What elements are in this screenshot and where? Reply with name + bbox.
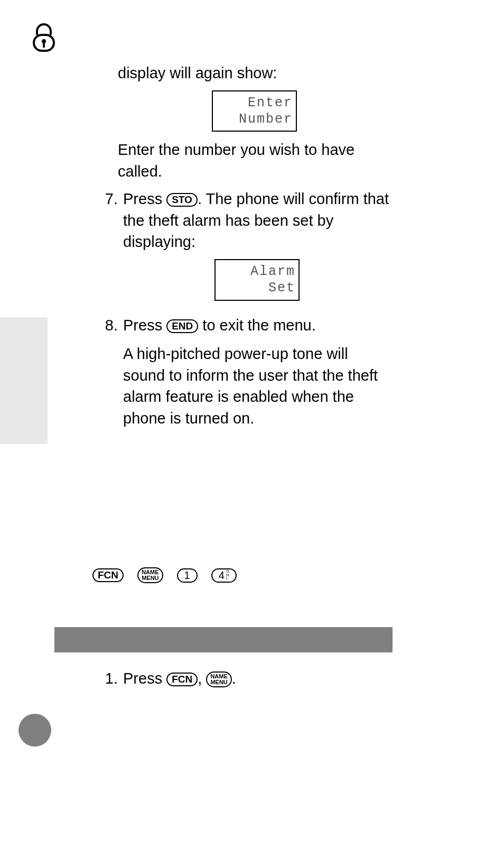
- text-run: Press: [123, 670, 166, 687]
- fcn-key-icon: FCN: [166, 673, 198, 686]
- lcd-frame-enter-number: Enter Number: [118, 90, 391, 132]
- step-number: 1.: [92, 670, 123, 687]
- name-menu-key-icon: NAME MENU: [137, 567, 163, 583]
- intro-text: display will again show:: [118, 62, 391, 84]
- text-run: .: [232, 670, 236, 687]
- name-menu-key-icon: NAMEMENU: [206, 671, 231, 687]
- text-run: Press: [123, 190, 166, 207]
- key-letters: G H I: [226, 570, 229, 580]
- page-number-circle: [18, 714, 51, 747]
- key-number: 4: [219, 570, 225, 581]
- step-7: 7. Press STO. The phone will confirm tha…: [92, 188, 391, 308]
- lcd-line: Set: [219, 280, 295, 296]
- end-key-icon: END: [166, 319, 198, 333]
- step-8: 8. Press END to exit the menu. A high-pi…: [92, 315, 391, 429]
- one-key-icon: 1: [177, 568, 198, 583]
- text-run: to exit the menu.: [198, 317, 315, 334]
- lcd-line: Alarm: [219, 263, 295, 280]
- key-number: 1: [184, 570, 190, 581]
- key-bot: MENU: [142, 575, 158, 581]
- fcn-key-icon: FCN: [92, 568, 124, 582]
- key-letter: I: [226, 577, 229, 580]
- step-1: 1. Press FCN, NAMEMENU.: [92, 664, 391, 687]
- content-block: display will again show: Enter Number En…: [92, 62, 391, 429]
- lcd-frame-alarm-set: Alarm Set: [214, 259, 300, 301]
- step-body: Press FCN, NAMEMENU.: [123, 670, 391, 687]
- step8-paragraph: A high-pitched power-up tone will sound …: [123, 343, 391, 429]
- lcd-line: Enter: [216, 95, 293, 111]
- lock-icon: [32, 23, 56, 53]
- side-tab: [0, 317, 48, 444]
- four-key-icon: 4 G H I: [211, 568, 237, 583]
- manual-page: display will again show: Enter Number En…: [0, 0, 504, 865]
- quick-key-sequence: FCN NAME MENU 1 4 G H I: [92, 566, 246, 583]
- after-lcd1-text: Enter the number you wish to have called…: [118, 139, 391, 182]
- step-number: 8.: [92, 315, 123, 429]
- lcd-line: Number: [216, 111, 293, 127]
- text-run: Press: [123, 317, 166, 334]
- sto-key-icon: STO: [166, 193, 198, 207]
- section-heading-bar: [54, 627, 393, 652]
- step-number: 7.: [92, 188, 123, 308]
- svg-rect-2: [43, 42, 45, 48]
- step-body: Press END to exit the menu. A high-pitch…: [123, 315, 391, 429]
- key-bot: MENU: [210, 679, 227, 685]
- step-body: Press STO. The phone will confirm that t…: [123, 188, 391, 308]
- text-run: ,: [198, 670, 206, 687]
